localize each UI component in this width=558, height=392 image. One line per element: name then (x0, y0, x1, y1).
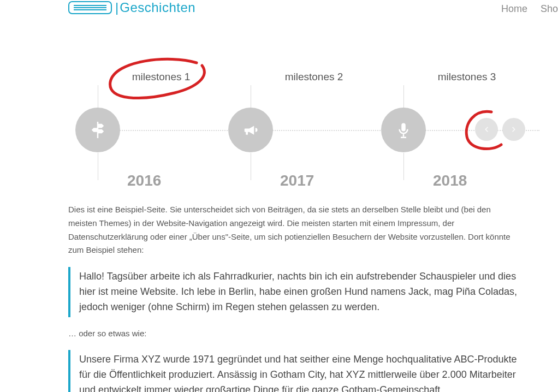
timeline-axis (92, 130, 539, 131)
timeline-next-button[interactable] (502, 118, 525, 141)
timeline-prev-button[interactable] (475, 118, 498, 141)
connector-line (251, 153, 251, 180)
nav-shop[interactable]: Sho (541, 3, 558, 15)
svg-rect-6 (401, 137, 406, 139)
signpost-icon (90, 122, 106, 138)
svg-rect-4 (97, 122, 99, 138)
milestone-label: milestones 3 (407, 71, 527, 83)
intro-paragraph: Dies ist eine Beispiel-Seite. Sie unters… (68, 203, 521, 257)
connector-line (403, 153, 404, 180)
milestone-label: milestones 2 (254, 71, 374, 83)
chevron-left-icon (483, 126, 490, 133)
site-logo[interactable]: | Geschichten (68, 0, 195, 15)
milestone-year: 2016 (127, 172, 161, 189)
quote-2: Unsere Firma XYZ wurde 1971 gegründet un… (68, 350, 521, 392)
connector-line (98, 153, 98, 180)
milestone-icon-circle[interactable] (228, 108, 273, 152)
milestones-timeline: milestones 1 2016 milestones 2 2017 mile… (68, 71, 543, 186)
milestone-label: milestones 1 (101, 71, 221, 83)
milestone-1: milestones 1 2016 (68, 71, 221, 83)
quote-1: Hallo! Tagsüber arbeite ich als Fahrradk… (68, 267, 521, 317)
milestone-icon-circle[interactable] (75, 108, 120, 152)
chevron-right-icon (510, 126, 518, 133)
logo-icon (68, 1, 112, 14)
mid-paragraph: … oder so etwas wie: (68, 327, 521, 341)
milestone-3: milestones 3 2018 (374, 71, 527, 83)
microphone-icon (395, 122, 412, 138)
nav-home[interactable]: Home (501, 3, 527, 15)
svg-rect-5 (403, 134, 405, 137)
site-header: | Geschichten Home Sho (0, 0, 558, 22)
milestone-year: 2018 (433, 172, 467, 189)
milestone-icon-circle[interactable] (381, 108, 426, 152)
bullhorn-icon (242, 122, 259, 138)
milestone-year: 2017 (280, 172, 314, 189)
primary-nav: Home Sho (501, 3, 558, 15)
page-content: Dies ist eine Beispiel-Seite. Sie unters… (68, 203, 521, 392)
milestone-2: milestones 2 2017 (221, 71, 374, 83)
brand-name: Geschichten (120, 0, 195, 15)
